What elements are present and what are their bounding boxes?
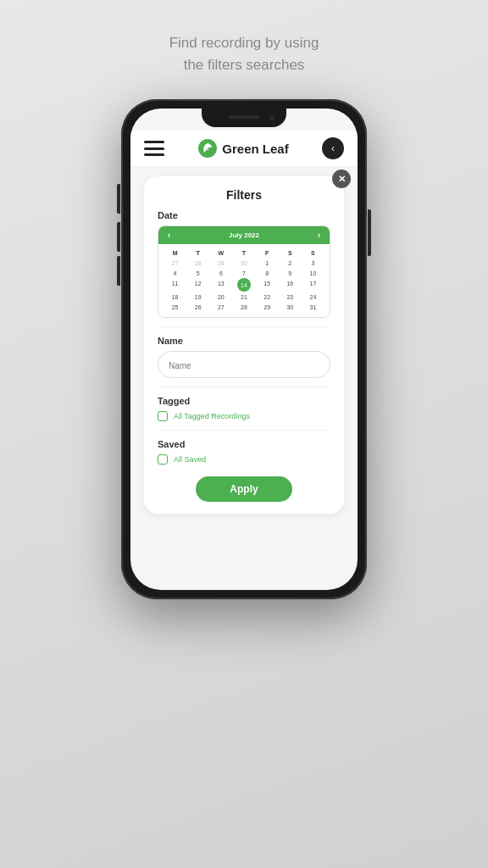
cal-day-today[interactable]: 14 [237,278,251,292]
cal-day[interactable]: 19 [186,292,209,302]
cal-day[interactable]: 1 [256,258,279,268]
cal-day[interactable]: 30 [232,258,255,268]
cal-day[interactable]: 12 [186,278,209,292]
calendar-day-headers: M T W T F S S [164,248,324,258]
calendar-next-button[interactable]: › [315,231,323,240]
cal-day[interactable]: 17 [302,278,324,292]
cal-day[interactable]: 6 [209,268,232,278]
cal-day[interactable]: 5 [186,268,209,278]
calendar-prev-button[interactable]: ‹ [165,231,173,240]
cal-week-3: 11 12 13 14 15 16 17 [164,278,324,292]
cal-header-mon: M [164,248,186,258]
tagged-checkbox-label: All Tagged Recordings [174,412,250,420]
tagged-section-label: Tagged [158,396,330,406]
cal-day[interactable]: 28 [232,302,255,312]
cal-day[interactable]: 9 [279,268,302,278]
saved-checkbox-item: All Saved [158,454,330,465]
calendar-month-year: July 2022 [229,231,259,239]
cal-day[interactable]: 11 [164,278,186,292]
cal-day[interactable]: 21 [232,292,255,302]
cal-day[interactable]: 25 [164,302,186,312]
saved-checkbox-label: All Saved [174,455,206,464]
tagged-checkbox[interactable] [158,411,168,421]
cal-day[interactable]: 13 [209,278,232,292]
tagline-line1: Find recording by using [169,35,319,51]
tagline: Find recording by using the filters sear… [169,32,319,75]
cal-day[interactable]: 23 [279,292,302,302]
screen-content[interactable]: ✕ Filters Date ‹ July 2022 › M T [130,166,358,590]
menu-icon[interactable] [144,141,164,156]
notch-camera [269,115,274,120]
cal-day[interactable]: 7 [232,268,255,278]
back-chevron-icon: ‹ [331,142,335,154]
cal-day[interactable]: 3 [302,258,324,268]
filter-close-button[interactable]: ✕ [332,170,351,188]
cal-day[interactable]: 4 [164,268,186,278]
cal-day[interactable]: 18 [164,292,186,302]
tagged-checkbox-item: All Tagged Recordings [158,411,330,421]
calendar: ‹ July 2022 › M T W T F S S [158,225,330,318]
divider-2 [158,387,330,387]
cal-day[interactable]: 16 [279,278,302,292]
cal-day[interactable]: 20 [209,292,232,302]
cal-day[interactable]: 8 [256,268,279,278]
divider-1 [158,326,330,327]
name-input[interactable] [169,361,319,370]
cal-week-1: 27 28 29 30 1 2 3 [164,258,324,268]
calendar-grid: M T W T F S S 27 28 29 [158,244,330,317]
saved-section-label: Saved [158,439,330,449]
tagline-line2: the filters searches [184,57,305,73]
cal-header-wed: W [209,248,232,258]
divider-3 [158,430,330,431]
logo-text: Green Leaf [222,142,288,156]
logo-icon [197,138,218,159]
cal-day[interactable]: 22 [256,292,279,302]
cal-week-4: 18 19 20 21 22 23 24 [164,292,324,302]
calendar-header: ‹ July 2022 › [158,226,330,244]
cal-day[interactable]: 24 [302,292,324,302]
cal-header-tue: T [186,248,209,258]
menu-line-2 [144,147,164,150]
date-section-label: Date [158,210,330,220]
cal-day[interactable]: 10 [302,268,324,278]
name-section-label: Name [158,336,330,346]
cal-day[interactable]: 2 [279,258,302,268]
cal-header-sun: S [302,248,324,258]
filter-title: Filters [158,188,330,202]
cal-day[interactable]: 29 [256,302,279,312]
cal-day[interactable]: 27 [209,302,232,312]
menu-line-1 [144,141,164,143]
cal-day[interactable]: 29 [209,258,232,268]
close-icon: ✕ [338,174,346,185]
notch [202,108,286,127]
cal-header-fri: F [256,248,279,258]
cal-week-2: 4 5 6 7 8 9 10 [164,268,324,278]
cal-day[interactable]: 28 [186,258,209,268]
cal-day[interactable]: 30 [279,302,302,312]
notch-speaker [229,115,259,119]
cal-header-thu: T [232,248,255,258]
header-logo: Green Leaf [197,138,288,159]
name-input-wrapper[interactable] [158,351,330,378]
filter-card: ✕ Filters Date ‹ July 2022 › M T [144,176,344,514]
apply-button[interactable]: Apply [196,476,291,502]
cal-week-5: 25 26 27 28 29 30 31 [164,302,324,312]
cal-header-sat: S [279,248,302,258]
svg-point-0 [198,139,217,158]
cal-day[interactable]: 26 [186,302,209,312]
menu-line-3 [144,153,164,156]
app-header: Green Leaf ‹ [130,131,358,166]
back-button[interactable]: ‹ [322,137,344,159]
phone-shell: Green Leaf ‹ ✕ Filters Date ‹ [121,99,367,599]
saved-checkbox[interactable] [158,454,168,465]
phone-screen: Green Leaf ‹ ✕ Filters Date ‹ [130,108,358,590]
cal-day[interactable]: 15 [256,278,279,292]
cal-day[interactable]: 27 [164,258,186,268]
cal-day[interactable]: 31 [302,302,324,312]
